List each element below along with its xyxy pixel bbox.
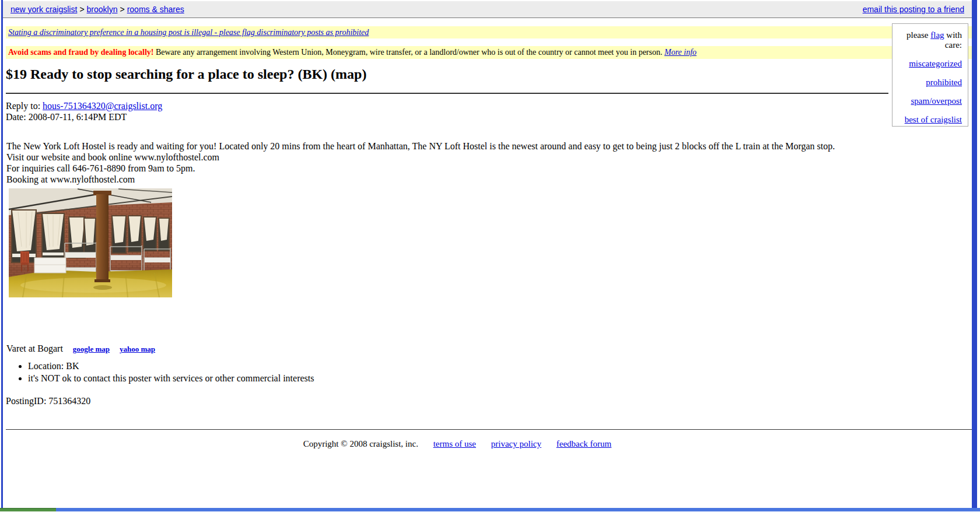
body-line: For inquiries call 646-761-8890 from 9am…: [6, 163, 835, 174]
breadcrumb-link-rooms-shares[interactable]: rooms & shares: [127, 5, 184, 14]
location-bullet: Location: BK: [28, 361, 314, 371]
body-line: Booking at www.nylofthostel.com: [6, 174, 835, 185]
email-posting-link[interactable]: email this posting to a friend: [863, 5, 964, 14]
posting-photo: [9, 188, 172, 297]
reply-line: Reply to: hous-751364320@craigslist.org: [6, 101, 162, 111]
flag-link[interactable]: flag: [930, 30, 944, 40]
feedback-forum-link[interactable]: feedback forum: [556, 439, 612, 448]
flag-caption-prefix: please: [907, 30, 928, 40]
yahoo-map-link[interactable]: yahoo map: [120, 345, 155, 353]
flag-miscategorized-link[interactable]: miscategorized: [896, 59, 962, 69]
reply-label: Reply to:: [6, 101, 40, 111]
window-border-bottom: [0, 508, 980, 511]
breadcrumb-separator: >: [120, 5, 124, 14]
discrimination-banner: Stating a discriminatory preference in a…: [6, 26, 972, 38]
posting-address: Varet at Bogart: [6, 343, 63, 353]
address-row: Varet at Bogart google map yahoo map: [6, 343, 155, 354]
scam-warning-text: Beware any arrangement involving Western…: [156, 48, 663, 57]
footer-divider: [6, 429, 972, 430]
posting-body: The New York Loft Hostel is ready and wa…: [6, 141, 835, 185]
window-border-right: [972, 0, 977, 509]
flag-caption-suffix: with care:: [945, 30, 962, 50]
copyright-text: Copyright © 2008 craigslist, inc.: [303, 439, 418, 448]
google-map-link[interactable]: google map: [73, 345, 110, 353]
breadcrumb-link-brooklyn[interactable]: brooklyn: [87, 5, 118, 14]
breadcrumb-separator: >: [79, 5, 84, 14]
posting-title: $19 Ready to stop searching for a place …: [6, 66, 366, 82]
posting-notes: Location: BK it's NOT ok to contact this…: [6, 361, 314, 385]
discrimination-banner-link[interactable]: Stating a discriminatory preference in a…: [8, 28, 369, 37]
breadcrumb-link-new-york-craigslist[interactable]: new york craigslist: [10, 5, 77, 14]
posting-date: Date: 2008-07-11, 6:14PM EDT: [6, 112, 127, 122]
scam-warning-bold-text: Avoid scams and fraud by dealing locally…: [8, 48, 153, 57]
flag-best-of-craigslist-link[interactable]: best of craigslist: [896, 115, 962, 125]
title-divider: [6, 93, 888, 94]
breadcrumb: new york craigslist>brooklyn>rooms & sha…: [10, 5, 184, 14]
terms-of-use-link[interactable]: terms of use: [433, 439, 476, 448]
body-line: Visit our website and book online www.ny…: [6, 152, 835, 163]
flag-prohibited-link[interactable]: prohibited: [896, 78, 962, 87]
privacy-policy-link[interactable]: privacy policy: [491, 439, 541, 448]
craigslist-posting-page: new york craigslist>brooklyn>rooms & sha…: [0, 0, 980, 512]
reply-email-link[interactable]: hous-751364320@craigslist.org: [43, 101, 162, 111]
scam-warning-banner: Avoid scams and fraud by dealing locally…: [6, 46, 972, 59]
flag-box-caption: please flag with care:: [896, 30, 962, 50]
body-line: The New York Loft Hostel is ready and wa…: [6, 141, 835, 152]
flag-spam-overpost-link[interactable]: spam/overpost: [896, 96, 962, 106]
window-border-left: [1, 0, 3, 509]
posting-id: PostingID: 751364320: [6, 396, 90, 406]
flag-box: please flag with care: miscategorized pr…: [892, 23, 968, 127]
more-info-link[interactable]: More info: [664, 48, 696, 57]
breadcrumb-bar: new york craigslist>brooklyn>rooms & sha…: [3, 1, 972, 18]
statusbar-progress-segment: [0, 508, 56, 511]
page-footer: Copyright © 2008 craigslist, inc. terms …: [6, 439, 909, 449]
no-commercial-bullet: it's NOT ok to contact this poster with …: [28, 373, 314, 384]
